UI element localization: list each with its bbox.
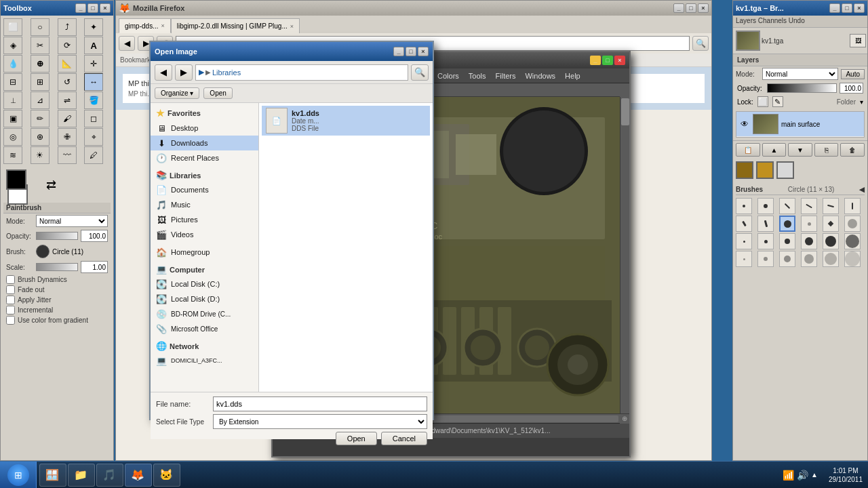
fit-image-btn[interactable]: 🖼 — [850, 34, 866, 47]
brush-18[interactable] — [844, 233, 861, 249]
tool-perspective-clone[interactable]: ⌖ — [84, 128, 103, 146]
gimp-close-btn[interactable]: × — [614, 56, 625, 65]
tool-measure[interactable]: 📐 — [58, 55, 77, 73]
dialog-minimize-btn[interactable]: _ — [393, 47, 404, 56]
lock-brush-btn[interactable]: ✎ — [772, 96, 783, 107]
open-toolbar-btn[interactable]: Open — [203, 87, 232, 99]
brush-3[interactable] — [779, 198, 795, 214]
brush-2[interactable] — [757, 198, 774, 214]
tool-airbrush[interactable]: ◎ — [3, 128, 22, 146]
tool-flip[interactable]: ⇌ — [58, 92, 77, 109]
brush-10[interactable] — [801, 216, 817, 232]
filename-input[interactable] — [213, 396, 427, 411]
vertical-scrollbar[interactable] — [620, 97, 629, 413]
tool-free-select[interactable]: ⤴ — [58, 18, 77, 36]
clock[interactable]: 1:01 PM 29/10/2011 — [823, 466, 868, 484]
jitter-checkbox[interactable] — [6, 296, 15, 304]
brush-13[interactable] — [736, 233, 752, 249]
sidebar-item-network-computer[interactable]: 💻 DOMICILI_A3FC... — [151, 353, 258, 368]
file-item-kv1dds[interactable]: 📄 kv1.dds Date m... DDS File — [262, 106, 430, 136]
auto-btn[interactable]: Auto — [841, 69, 865, 79]
foreground-color-swatch[interactable] — [6, 169, 26, 190]
color-gradient-checkbox[interactable] — [6, 316, 15, 325]
brush-15[interactable] — [779, 233, 795, 249]
organize-btn[interactable]: Organize ▾ — [155, 87, 199, 99]
tool-smudge[interactable]: 〰 — [58, 146, 77, 164]
taskbar-item-gimp[interactable]: 🐱 — [153, 464, 180, 487]
browser-tab-2[interactable]: libgimp-2.0.dll Missing | GIMP Plug... × — [171, 18, 300, 33]
tool-blur[interactable]: ≋ — [3, 146, 22, 164]
tool-zoom[interactable]: ⊕ — [31, 55, 50, 73]
tool-move[interactable]: ✛ — [84, 55, 103, 73]
layer-mode-select[interactable]: Normal — [762, 68, 838, 80]
filetype-select[interactable]: By Extension — [213, 414, 427, 429]
brush-8[interactable] — [757, 216, 774, 232]
sidebar-item-pictures[interactable]: 🖼 Pictures — [151, 212, 258, 227]
menu-tools[interactable]: Tools — [465, 70, 490, 81]
tool-dodge[interactable]: ☀ — [31, 146, 50, 164]
delete-layer-btn[interactable]: 🗑 — [840, 143, 865, 157]
tool-clone[interactable]: ⊕ — [31, 128, 50, 146]
brush-11[interactable] — [823, 216, 839, 232]
sidebar-item-desktop[interactable]: 🖥 Desktop — [151, 121, 258, 136]
tool-align[interactable]: ⊟ — [3, 73, 22, 91]
layer-visibility-toggle[interactable]: 👁 — [739, 119, 750, 129]
taskbar-item-explorer[interactable]: 🪟 — [39, 464, 66, 487]
toolbox-maximize-btn[interactable]: □ — [87, 3, 98, 13]
layers-close-btn[interactable]: × — [854, 3, 865, 13]
tool-bucket[interactable]: 🪣 — [84, 92, 103, 109]
tool-scale[interactable]: ↔ — [84, 73, 103, 91]
scale-slider[interactable] — [36, 263, 78, 271]
swap-colors-btn[interactable]: ⇄ — [46, 178, 56, 192]
scroll-zoom-icon[interactable]: ⊕ — [620, 414, 629, 424]
brush-19[interactable] — [736, 251, 752, 267]
brush-5[interactable] — [823, 198, 839, 214]
search-btn[interactable]: 🔍 — [692, 36, 709, 51]
lower-layer-btn[interactable]: ▼ — [788, 143, 812, 157]
taskbar-item-media[interactable]: 🎵 — [96, 464, 123, 487]
gimp-minimize-btn[interactable]: _ — [590, 56, 601, 65]
brush-1[interactable] — [736, 198, 752, 214]
tab1-close-icon[interactable]: × — [161, 22, 164, 29]
tool-fuzzy-select[interactable]: ✦ — [84, 18, 103, 36]
brush-9-selected[interactable] — [779, 216, 795, 232]
mode-select[interactable]: Normal — [36, 215, 108, 227]
opacity-slider[interactable] — [767, 83, 837, 93]
sidebar-item-documents[interactable]: 📄 Documents — [151, 182, 258, 197]
tool-blend[interactable]: ▣ — [3, 110, 22, 127]
layer-item-main[interactable]: 👁 main surface — [736, 112, 864, 137]
taskbar-item-files[interactable]: 📁 — [68, 464, 95, 487]
dialog-forward-btn[interactable]: ▶ — [175, 64, 193, 81]
brush-12[interactable] — [844, 216, 861, 232]
dialog-maximize-btn[interactable]: □ — [406, 47, 416, 56]
opacity-slider[interactable] — [36, 232, 78, 240]
open-button[interactable]: Open — [336, 432, 377, 445]
layers-minimize-btn[interactable]: _ — [829, 3, 840, 13]
swatch-light[interactable] — [776, 161, 794, 179]
sidebar-item-disk-c[interactable]: 💽 Local Disk (C:) — [151, 277, 258, 291]
sidebar-item-recent[interactable]: 🕐 Recent Places — [151, 150, 258, 165]
tool-rotate[interactable]: ↺ — [58, 73, 77, 91]
tool-text[interactable]: A — [84, 37, 103, 54]
dialog-close-btn[interactable]: × — [418, 47, 429, 56]
tool-pencil[interactable]: ✏ — [31, 110, 50, 127]
sidebar-item-music[interactable]: 🎵 Music — [151, 197, 258, 212]
menu-filters[interactable]: Filters — [492, 70, 520, 81]
brush-4[interactable] — [801, 198, 817, 214]
sidebar-item-downloads[interactable]: ⬇ Downloads — [151, 136, 258, 150]
tool-paintbrush[interactable]: 🖌 — [58, 110, 77, 127]
sidebar-item-disk-d[interactable]: 💽 Local Disk (D:) — [151, 291, 258, 306]
swatch-mid[interactable] — [756, 161, 774, 179]
menu-colors[interactable]: Colors — [433, 70, 463, 81]
breadcrumb-libraries[interactable]: Libraries — [212, 68, 241, 77]
tool-scissors[interactable]: ✂ — [31, 37, 50, 54]
duplicate-layer-btn[interactable]: ⎘ — [814, 143, 839, 157]
scale-value-input[interactable]: 1.00 — [81, 261, 108, 273]
sidebar-item-bdrom[interactable]: 💿 BD-ROM Drive (C... — [151, 306, 258, 321]
opacity-input[interactable] — [840, 83, 863, 94]
tool-shear[interactable]: ⟂ — [3, 92, 22, 109]
tool-heal[interactable]: ✙ — [58, 128, 77, 146]
brush-23[interactable] — [823, 251, 839, 267]
browser-tab-1[interactable]: gimp-dds... × — [119, 18, 171, 33]
brush-6[interactable] — [844, 198, 861, 214]
